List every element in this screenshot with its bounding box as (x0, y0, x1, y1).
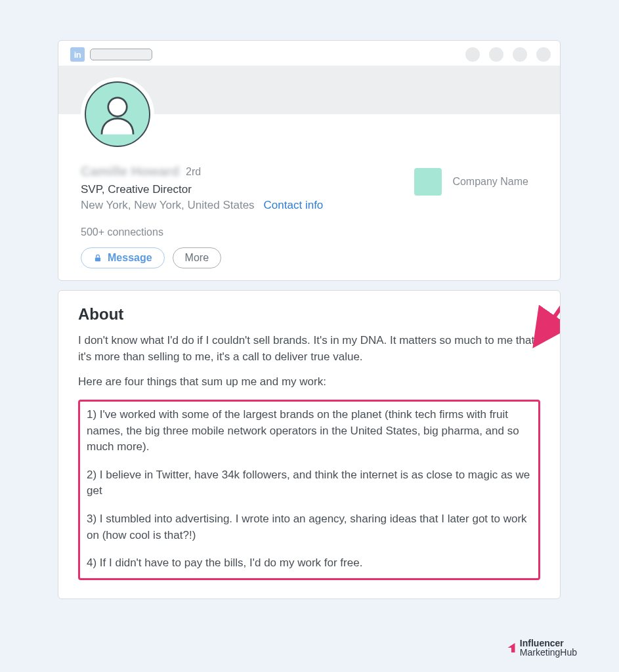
company-name-label: Company Name (452, 176, 528, 188)
watermark-line1: Influencer (520, 638, 564, 648)
profile-location: New York, New York, United States (81, 199, 255, 212)
search-input[interactable] (90, 49, 152, 60)
about-intro-lead: Here are four things that sum up me and … (78, 374, 540, 390)
contact-info-link[interactable]: Contact info (264, 199, 324, 212)
message-button[interactable]: Message (81, 247, 165, 268)
topbar (58, 41, 560, 66)
watermark-logo: Influencer MarketingHub (504, 639, 577, 658)
company-logo-icon (414, 168, 442, 196)
message-button-label: Message (108, 252, 152, 264)
more-button-label: More (185, 252, 209, 263)
about-section: About I don't know what I'd do if I coul… (58, 290, 561, 599)
current-company[interactable]: Company Name (414, 168, 528, 196)
connection-degree: 2rd (186, 166, 201, 178)
nav-placeholder-icon[interactable] (536, 47, 551, 62)
about-highlight-box: 1) I've worked with some of the largest … (78, 400, 540, 580)
about-point-1: 1) I've worked with some of the largest … (87, 407, 532, 455)
nav-placeholder-icon[interactable] (513, 47, 527, 62)
about-intro-paragraph: I don't know what I'd do if I couldn't s… (78, 333, 540, 365)
connections-count[interactable]: 500+ connections (81, 226, 538, 238)
person-icon (95, 91, 140, 137)
lock-icon (93, 253, 102, 262)
svg-point-0 (108, 98, 127, 116)
linkedin-logo-icon[interactable] (70, 47, 85, 62)
about-point-4: 4) If I didn't have to pay the bills, I'… (87, 555, 532, 572)
about-point-3: 3) I stumbled into advertising. I wrote … (87, 511, 532, 543)
avatar[interactable] (81, 77, 154, 151)
profile-name: Camille Howard (81, 164, 179, 179)
profile-banner (58, 66, 560, 114)
nav-placeholder-icon[interactable] (465, 47, 480, 62)
watermark-line2: MarketingHub (520, 648, 577, 658)
about-point-2: 2) I believe in Twitter, have 34k follow… (87, 467, 532, 499)
profile-card: Camille Howard 2rd SVP, Creative Directo… (58, 40, 561, 281)
nav-placeholder-icon[interactable] (489, 47, 503, 62)
more-button[interactable]: More (173, 247, 221, 268)
watermark-arrow-icon (504, 640, 519, 655)
svg-rect-1 (95, 257, 100, 261)
about-heading: About (78, 305, 540, 324)
